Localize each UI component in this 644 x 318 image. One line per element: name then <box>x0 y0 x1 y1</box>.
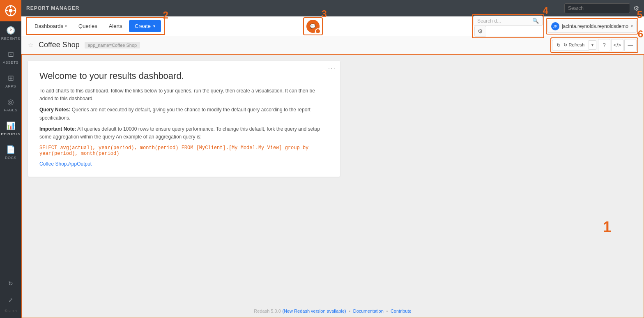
top-header: REPORT MANAGER ⚙ <box>21 0 644 16</box>
footer-sep2: • <box>386 309 388 313</box>
user-avatar: JR <box>551 22 559 30</box>
svg-point-1 <box>9 9 12 12</box>
query-notes-text: Queries are not executed by default, giv… <box>39 107 310 120</box>
sidebar-item-recents[interactable]: 🕐 RECENTS <box>0 21 21 45</box>
dashboard-actions: ↻ ↻ Refresh ▾ ? </> — 6 <box>551 38 637 52</box>
sidebar-item-docs[interactable]: 📄 DOCS <box>0 141 21 164</box>
sidebar-docs-label: DOCS <box>5 156 16 160</box>
important-note-text: All queries default to 10000 rows to ens… <box>39 126 320 140</box>
assets-icon: ⊡ <box>8 50 14 59</box>
dashboard-actions-annotation: ↻ ↻ Refresh ▾ ? </> — 6 <box>551 38 637 52</box>
sidebar-item-assets[interactable]: ⊡ ASSETS <box>0 45 21 69</box>
user-chevron-icon: ▾ <box>631 24 633 28</box>
widget-para2: Query Notes: Queries are not executed by… <box>39 106 329 122</box>
main-content: REPORT MANAGER ⚙ Dashboards ▾ Queries Al… <box>21 0 644 318</box>
user-annotation-wrapper: JR jacinta.reynolds.reynoldsdemo ▾ 5 <box>547 19 637 34</box>
docs-icon: 📄 <box>6 145 15 154</box>
sidebar-expand-btn[interactable]: ⤢ <box>0 293 21 307</box>
app-output-link[interactable]: Coffee Shop.AppOutput <box>39 161 92 167</box>
top-search-input[interactable] <box>564 3 630 13</box>
sidebar-pages-label: PAGES <box>4 108 18 112</box>
favorite-star-icon[interactable]: ☆ <box>28 41 34 49</box>
important-note-label: Important Note: <box>39 126 76 132</box>
footer-documentation-link[interactable]: Documentation <box>353 309 384 313</box>
filter-button[interactable]: ⚙ <box>474 26 486 37</box>
footer-sep1: • <box>349 309 350 313</box>
footer: Redash 5.0.0 (New Redash version availab… <box>254 308 411 314</box>
more-options-button[interactable]: — <box>624 39 637 51</box>
footer-contribute-link[interactable]: Contribute <box>391 309 412 313</box>
sidebar-item-pages[interactable]: ◎ PAGES <box>0 93 21 117</box>
sidebar-bottom: ↻ ⤢ © 2018 <box>0 276 21 318</box>
sidebar-copyright: © 2018 <box>5 309 16 315</box>
app-title: REPORT MANAGER <box>26 5 79 11</box>
dashboards-nav-button[interactable]: Dashboards ▾ <box>30 21 72 32</box>
search-icon[interactable]: 🔍 <box>532 18 539 24</box>
widget-para1: To add charts to this dashboard, follow … <box>39 87 329 103</box>
dashboard-search-input[interactable] <box>477 18 531 24</box>
create-chevron-icon: ▾ <box>153 24 155 28</box>
refresh-icon: ↻ <box>557 42 561 48</box>
help-button[interactable]: ? <box>598 39 610 51</box>
widget-menu-icon[interactable]: ··· <box>328 65 336 72</box>
sidebar-item-apps[interactable]: ⊞ APPS <box>0 69 21 93</box>
settings-gear-icon[interactable]: ⚙ <box>633 5 639 12</box>
sidebar-logo[interactable] <box>0 0 21 21</box>
queries-nav-button[interactable]: Queries <box>74 21 102 32</box>
dashboards-chevron-icon: ▾ <box>65 24 67 28</box>
welcome-widget: ··· Welcome to your results dashboard. T… <box>28 61 340 177</box>
code-example: SELECT avg(actual), year(period), month(… <box>39 145 329 157</box>
footer-new-version-link[interactable]: (New Redash version available) <box>282 309 346 313</box>
dashboard-tag: app_name=Coffee Shop <box>85 42 140 48</box>
alerts-nav-button[interactable]: Alerts <box>104 21 127 32</box>
annotation-1: 1 <box>603 219 611 236</box>
nav-right: 🔍 ⚙ 4 JR jacinta.reynolds.reynoldsdemo ▾… <box>473 15 637 37</box>
content-area: ··· Welcome to your results dashboard. T… <box>21 54 644 318</box>
nav-annotation-box: Dashboards ▾ Queries Alerts Create ▾ 2 <box>28 19 163 33</box>
sidebar-refresh-btn[interactable]: ↻ <box>0 276 21 291</box>
sidebar-apps-label: APPS <box>5 84 16 88</box>
apps-icon: ⊞ <box>8 74 14 83</box>
user-name-label: jacinta.reynolds.reynoldsdemo <box>562 23 628 29</box>
sidebar-item-reports[interactable]: 📊 REPORTS <box>0 117 21 141</box>
footer-redash: Redash 5.0.0 <box>254 309 281 313</box>
widget-title: Welcome to your results dashboard. <box>39 71 329 81</box>
sidebar-recents-label: RECENTS <box>1 37 21 41</box>
sidebar-assets-label: ASSETS <box>3 60 19 65</box>
redash-icon-wrapper: 💬 <box>306 20 320 33</box>
nav-search-annotation: 🔍 ⚙ 4 <box>473 15 543 37</box>
dashboard-search-wrapper: 🔍 <box>474 16 543 26</box>
nav-bar: Dashboards ▾ Queries Alerts Create ▾ 2 <box>21 16 644 36</box>
create-button[interactable]: Create ▾ <box>129 20 161 32</box>
refresh-button[interactable]: ↻ ↻ Refresh <box>552 40 589 51</box>
share-button[interactable]: </> <box>611 39 623 51</box>
query-notes-label: Query Notes: <box>39 107 70 113</box>
nav-annotation-3-wrapper: 💬 3 <box>304 18 322 35</box>
dashboard-title: Coffee Shop <box>39 41 80 49</box>
dashboard-title-bar: ☆ Coffee Shop app_name=Coffee Shop ↻ ↻ R… <box>21 36 644 54</box>
sidebar-reports-label: REPORTS <box>1 132 21 136</box>
pages-icon: ◎ <box>7 97 14 106</box>
reports-icon: 📊 <box>6 121 15 130</box>
sidebar: 🕐 RECENTS ⊡ ASSETS ⊞ APPS ◎ PAGES 📊 REPO… <box>0 0 21 318</box>
recents-icon: 🕐 <box>6 26 15 35</box>
widget-para3: Important Note: All queries default to 1… <box>39 125 329 141</box>
notification-icon[interactable]: 💬 <box>306 20 320 33</box>
user-menu-button[interactable]: JR jacinta.reynolds.reynoldsdemo ▾ <box>547 20 637 33</box>
refresh-dropdown-button[interactable]: ▾ <box>589 40 596 50</box>
